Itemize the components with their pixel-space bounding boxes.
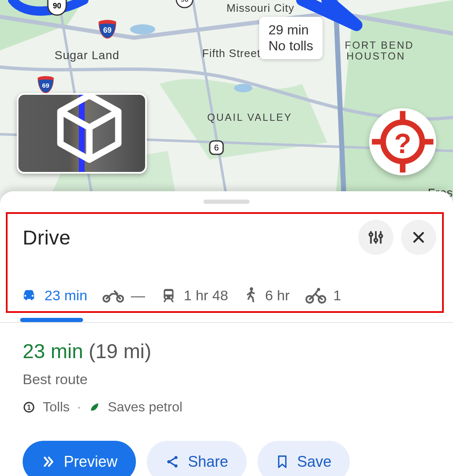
svg-point-27: [165, 297, 167, 298]
shield-us-90-b: 90: [175, 0, 194, 8]
svg-rect-26: [165, 291, 172, 294]
leaf-icon: [89, 401, 100, 413]
mode-motorcycle[interactable]: —: [102, 286, 145, 307]
action-buttons: Preview Share Save: [0, 432, 453, 476]
share-icon: [165, 455, 180, 469]
map-label-fifth: Fifth Street: [202, 47, 260, 60]
preview-label: Preview: [64, 453, 117, 471]
immersive-view-thumbnail[interactable]: [17, 93, 147, 174]
route-details: 23 min (19 mi) Best route 1 Tolls · Save…: [0, 323, 453, 432]
cube-icon: [26, 93, 147, 166]
separator-dot: ·: [77, 399, 81, 415]
map-label-quail: QUAIL VALLEY: [207, 112, 292, 123]
map-label-missouri: Missouri City: [226, 2, 294, 15]
train-icon: [160, 286, 177, 304]
mode-bike[interactable]: 1: [305, 286, 341, 307]
mode-bike-time: 1: [333, 287, 341, 304]
save-label: Save: [297, 453, 331, 471]
tolls-label: Tolls: [43, 399, 70, 415]
map-label-sugar: Sugar Land: [55, 49, 120, 62]
map-canvas[interactable]: 90 90 69 69 6 Missouri City Sugar Land F…: [0, 0, 453, 197]
sliders-icon: [367, 229, 384, 246]
svg-text:90: 90: [53, 2, 61, 10]
svg-point-1: [130, 24, 155, 34]
svg-text:69: 69: [42, 82, 49, 89]
shield-i69: 69: [98, 19, 117, 39]
tolls-icon: 1: [23, 401, 35, 414]
bike-icon: [305, 286, 327, 304]
shield-i69-b: 69: [37, 75, 55, 94]
mode-walk[interactable]: 6 hr: [243, 286, 290, 307]
svg-line-39: [170, 462, 174, 465]
motorcycle-icon: [102, 286, 124, 304]
shield-us-90: 90: [47, 0, 67, 16]
mode-drive[interactable]: 23 min: [20, 286, 87, 307]
svg-text:6: 6: [214, 143, 219, 152]
svg-point-20: [379, 234, 382, 237]
map-label-fort-bend: FORT BEND: [345, 39, 414, 51]
sheet-drag-handle[interactable]: [203, 200, 250, 204]
preview-button[interactable]: Preview: [23, 441, 136, 476]
close-icon: [411, 230, 426, 245]
share-label: Share: [188, 453, 228, 471]
my-location-button[interactable]: ?: [369, 108, 436, 175]
svg-text:90: 90: [181, 0, 188, 3]
route-options-button[interactable]: [358, 220, 393, 255]
directions-sheet: Drive 23 min —: [0, 191, 453, 476]
mode-transit-time: 1 hr 48: [184, 287, 228, 304]
svg-text:69: 69: [103, 26, 112, 34]
svg-line-38: [170, 458, 174, 461]
bookmark-icon: [276, 455, 289, 469]
preview-icon: [41, 455, 55, 469]
car-icon: [20, 286, 38, 304]
route-callout-tolls: No tolls: [268, 38, 313, 54]
mode-drive-time: 23 min: [44, 287, 87, 304]
sheet-title: Drive: [23, 226, 351, 249]
shield-tx-6: 6: [208, 139, 225, 156]
svg-point-18: [374, 239, 377, 242]
svg-text:1: 1: [27, 403, 31, 411]
route-subtitle: Best route: [23, 371, 430, 388]
crosshair-icon: ?: [369, 108, 436, 175]
save-button[interactable]: Save: [258, 441, 350, 476]
walk-icon: [243, 286, 258, 304]
travel-modes-bar: 23 min — 1 hr 48 6 hr 1: [0, 255, 453, 313]
route-distance: (19 mi): [89, 340, 151, 362]
svg-point-16: [370, 233, 372, 236]
active-mode-underline: [20, 318, 83, 322]
share-button[interactable]: Share: [147, 441, 247, 476]
map-label-houston: HOUSTON: [346, 50, 406, 62]
route-time: 23 min: [23, 340, 83, 362]
petrol-label: Saves petrol: [108, 399, 182, 415]
route-callout[interactable]: 29 min No tolls: [259, 17, 323, 59]
svg-text:?: ?: [394, 128, 411, 159]
mode-motorcycle-time: —: [131, 287, 145, 304]
svg-point-28: [170, 297, 172, 298]
mode-transit[interactable]: 1 hr 48: [160, 286, 228, 307]
svg-point-2: [234, 84, 253, 92]
mode-walk-time: 6 hr: [265, 287, 290, 304]
close-sheet-button[interactable]: [401, 220, 436, 255]
route-time-distance: 23 min (19 mi): [23, 340, 430, 363]
route-callout-time: 29 min: [268, 22, 313, 38]
